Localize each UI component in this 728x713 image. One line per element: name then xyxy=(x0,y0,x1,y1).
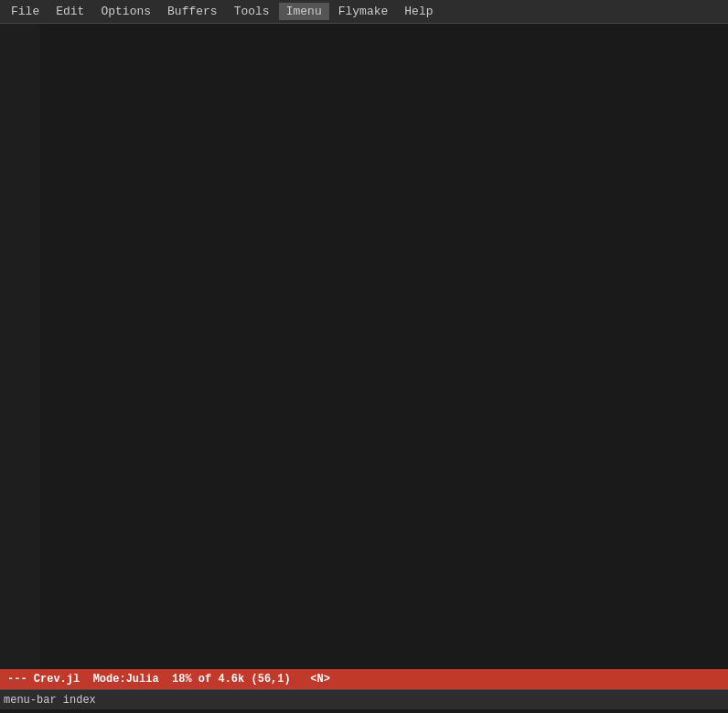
menu-help[interactable]: Help xyxy=(397,3,440,20)
menu-edit[interactable]: Edit xyxy=(48,3,91,20)
status-position xyxy=(159,673,172,686)
status-mode xyxy=(80,673,92,686)
menu-buffers[interactable]: Buffers xyxy=(160,3,225,20)
status-filename-text: Crev.jl xyxy=(34,673,80,686)
status-filename xyxy=(27,673,34,686)
menu-bar: File Edit Options Buffers Tools Imenu Fl… xyxy=(0,0,728,24)
status-mode-text: Mode:Julia xyxy=(93,673,159,686)
code-editor[interactable] xyxy=(40,24,728,669)
menu-tools[interactable]: Tools xyxy=(227,3,277,20)
left-gutter-bar xyxy=(0,24,7,669)
status-bar: --- Crev.jl Mode:Julia 18% of 4.6k (56,1… xyxy=(0,669,728,689)
menu-flymake[interactable]: Flymake xyxy=(331,3,396,20)
menu-options[interactable]: Options xyxy=(93,3,158,20)
status-extra xyxy=(291,673,311,686)
mini-bar-text: menu-bar index xyxy=(4,694,96,707)
status-mode-indicator: --- xyxy=(7,673,27,686)
status-extra-text: <N> xyxy=(310,673,330,686)
line-numbers xyxy=(7,24,40,669)
editor-area xyxy=(0,24,728,669)
mini-bar: menu-bar index xyxy=(0,689,728,709)
menu-file[interactable]: File xyxy=(4,3,47,20)
status-position-text: 18% of 4.6k (56,1) xyxy=(172,673,291,686)
menu-imenu[interactable]: Imenu xyxy=(279,3,329,20)
